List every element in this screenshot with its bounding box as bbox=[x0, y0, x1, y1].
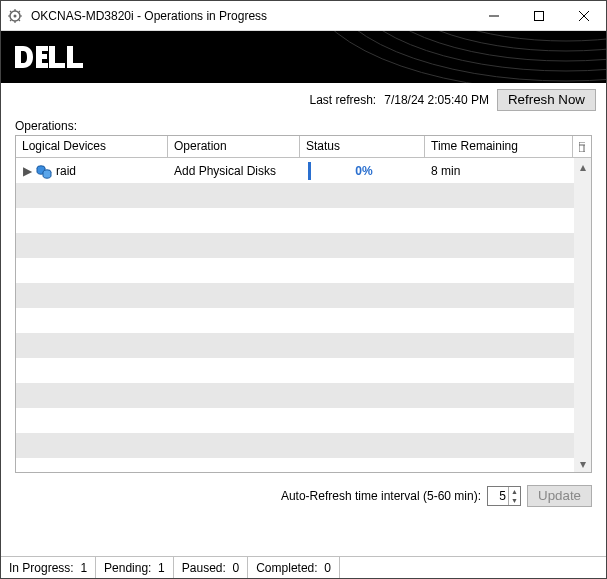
status-paused: Paused: 0 bbox=[174, 557, 248, 578]
last-refresh-value: 7/18/24 2:05:40 PM bbox=[384, 93, 489, 107]
svg-point-9 bbox=[366, 31, 606, 61]
col-status[interactable]: Status bbox=[300, 136, 425, 157]
svg-point-10 bbox=[386, 31, 606, 51]
table-scrollbar[interactable]: ▴ ▾ bbox=[574, 158, 591, 472]
operations-table: Logical Devices Operation Status Time Re… bbox=[15, 135, 592, 473]
refresh-now-button[interactable]: Refresh Now bbox=[497, 89, 596, 111]
brand-banner bbox=[1, 31, 606, 83]
status-completed: Completed: 0 bbox=[248, 557, 340, 578]
table-row bbox=[16, 408, 591, 433]
cell-logical-device: ▶ raid bbox=[16, 158, 168, 183]
table-row bbox=[16, 208, 591, 233]
table-row bbox=[16, 383, 591, 408]
table-row bbox=[16, 258, 591, 283]
svg-rect-3 bbox=[534, 11, 543, 20]
window-title: OKCNAS-MD3820i - Operations in Progress bbox=[29, 9, 471, 23]
table-row bbox=[16, 183, 591, 208]
stepper-down-icon[interactable]: ▼ bbox=[509, 496, 520, 505]
table-row bbox=[16, 308, 591, 333]
maximize-button[interactable] bbox=[516, 1, 561, 30]
cell-operation: Add Physical Disks bbox=[168, 158, 300, 183]
app-icon bbox=[7, 8, 23, 24]
table-row bbox=[16, 358, 591, 383]
close-button[interactable] bbox=[561, 1, 606, 30]
table-body: ▶ raid Add Physical Disks 0% 8 min bbox=[16, 158, 591, 472]
minimize-button[interactable] bbox=[471, 1, 516, 30]
titlebar: OKCNAS-MD3820i - Operations in Progress bbox=[1, 1, 606, 31]
status-in-progress: In Progress: 1 bbox=[1, 557, 96, 578]
auto-refresh-label: Auto-Refresh time interval (5-60 min): bbox=[281, 489, 481, 503]
table-row bbox=[16, 283, 591, 308]
interval-input[interactable] bbox=[488, 487, 508, 505]
status-pending: Pending: 1 bbox=[96, 557, 174, 578]
svg-point-1 bbox=[14, 14, 17, 17]
svg-point-7 bbox=[326, 31, 606, 81]
svg-point-8 bbox=[346, 31, 606, 71]
app-window: OKCNAS-MD3820i - Operations in Progress bbox=[0, 0, 607, 579]
scroll-down-icon[interactable]: ▾ bbox=[574, 455, 591, 472]
table-row bbox=[16, 233, 591, 258]
banner-arcs bbox=[266, 31, 606, 83]
statusbar: In Progress: 1 Pending: 1 Paused: 0 Comp… bbox=[1, 556, 606, 578]
column-config-icon bbox=[579, 142, 585, 152]
operations-label: Operations: bbox=[1, 117, 606, 135]
table-row[interactable]: ▶ raid Add Physical Disks 0% 8 min bbox=[16, 158, 591, 183]
stepper-up-icon[interactable]: ▲ bbox=[509, 487, 520, 496]
col-logical-devices[interactable]: Logical Devices bbox=[16, 136, 168, 157]
table-row bbox=[16, 433, 591, 458]
svg-point-11 bbox=[406, 31, 606, 41]
expand-icon[interactable]: ▶ bbox=[22, 164, 32, 178]
progress-bar: 0% bbox=[308, 162, 417, 180]
cell-time-remaining: 8 min bbox=[425, 158, 574, 183]
svg-point-6 bbox=[306, 31, 606, 83]
update-button[interactable]: Update bbox=[527, 485, 592, 507]
last-refresh-label: Last refresh: bbox=[310, 93, 377, 107]
window-controls bbox=[471, 1, 606, 30]
column-config-button[interactable] bbox=[573, 136, 591, 157]
progress-value: 0% bbox=[355, 164, 372, 178]
interval-stepper[interactable]: ▲ ▼ bbox=[487, 486, 521, 506]
scroll-up-icon[interactable]: ▴ bbox=[574, 158, 591, 175]
refresh-row: Last refresh: 7/18/24 2:05:40 PM Refresh… bbox=[1, 83, 606, 117]
table-row bbox=[16, 333, 591, 358]
auto-refresh-row: Auto-Refresh time interval (5-60 min): ▲… bbox=[1, 473, 606, 517]
dell-logo bbox=[15, 44, 99, 70]
cell-status: 0% bbox=[300, 158, 425, 183]
device-name: raid bbox=[56, 164, 76, 178]
col-operation[interactable]: Operation bbox=[168, 136, 300, 157]
col-time-remaining[interactable]: Time Remaining bbox=[425, 136, 573, 157]
disk-group-icon bbox=[36, 163, 52, 179]
table-header: Logical Devices Operation Status Time Re… bbox=[16, 136, 591, 158]
